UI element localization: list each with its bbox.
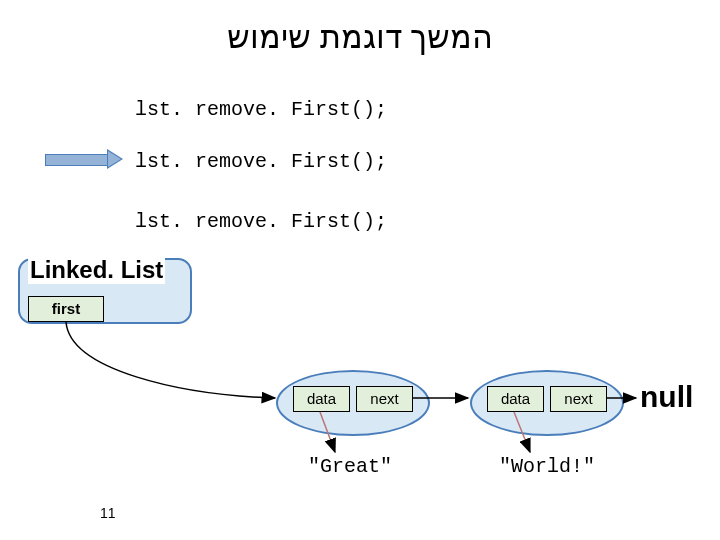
null-label: null bbox=[640, 380, 693, 414]
code-line-3: lst. remove. First(); bbox=[135, 210, 387, 233]
node-1-data-field: data bbox=[293, 386, 350, 412]
node-1-next-field: next bbox=[356, 386, 413, 412]
linkedlist-label: Linked. List bbox=[28, 256, 165, 284]
code-line-2: lst. remove. First(); bbox=[135, 150, 387, 173]
node-2-data-value: "World!" bbox=[472, 455, 622, 478]
page-number: 11 bbox=[100, 505, 116, 521]
node-2-data-field: data bbox=[487, 386, 544, 412]
node-2-next-field: next bbox=[550, 386, 607, 412]
first-field: first bbox=[28, 296, 104, 322]
code-line-1: lst. remove. First(); bbox=[135, 98, 387, 121]
pointer-arrow-icon bbox=[45, 151, 125, 167]
node-1-data-value: "Great" bbox=[280, 455, 420, 478]
slide-title: המשך דוגמת שימוש bbox=[0, 18, 720, 56]
